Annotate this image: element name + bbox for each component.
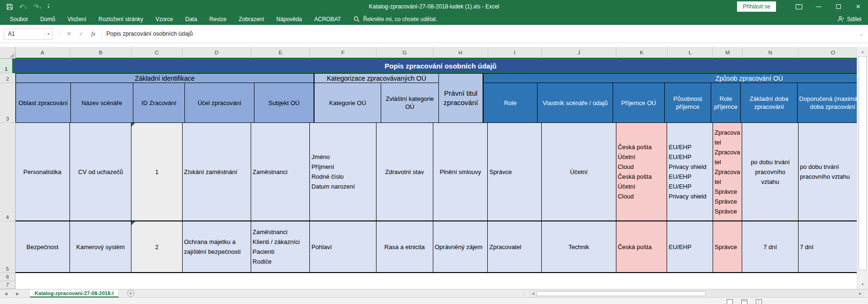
cell-j4[interactable]: Účetní — [542, 123, 616, 221]
normal-view-icon[interactable] — [727, 299, 733, 304]
horizontal-scrollbar[interactable]: ◀ ▶ — [530, 290, 864, 297]
header-pusobnost-prijemce[interactable]: Působnost příjemce — [665, 83, 711, 123]
tell-me-search[interactable]: Řekněte mi, co chcete udělat. — [353, 16, 437, 23]
cell-m5[interactable]: Správce — [713, 221, 742, 273]
row-header-1[interactable]: 1 — [0, 59, 13, 73]
tab-rozlozeni-stranky[interactable]: Rozložení stránky — [92, 14, 149, 24]
row-header-5[interactable]: 5 — [0, 221, 15, 273]
row-header-4[interactable]: 4 — [0, 123, 15, 221]
column-header-c[interactable]: C — [131, 47, 183, 59]
cell-g4[interactable]: Zdravotní stav — [376, 123, 433, 221]
cell-k5[interactable]: Česká pošta — [616, 221, 668, 273]
cell-d5[interactable]: Ochrana majetku a zajištění bezpečnosti — [183, 221, 251, 273]
header-kategorie-ou[interactable]: Kategorie OÚ — [314, 83, 381, 123]
new-sheet-icon[interactable]: + — [127, 290, 134, 297]
tab-data[interactable]: Data — [179, 14, 203, 24]
header-prijemce-ou[interactable]: Příjemce OÚ — [613, 83, 665, 123]
cell-n4[interactable]: po dobu trvání pracovního vztahu — [742, 123, 798, 221]
cell-l4[interactable]: EU/EHP EU/EHP Privacy shield EU/EHP EU/E… — [667, 123, 713, 221]
cell-c5[interactable]: 2 — [131, 221, 183, 273]
customize-qat-icon[interactable]: ▾ — [48, 4, 50, 9]
tab-napoveda[interactable]: Nápověda — [270, 14, 308, 24]
empty-cells-row-6[interactable] — [15, 273, 868, 281]
column-header-m[interactable]: M — [713, 47, 742, 59]
group-header-zpusob-zpracovani[interactable]: Způsob zpracování OÚ — [483, 73, 868, 83]
scroll-right-icon[interactable]: ▶ — [857, 291, 863, 296]
cell-a4[interactable]: Personalistika — [15, 123, 70, 221]
vertical-scrollbar-thumb[interactable] — [859, 56, 867, 270]
group-header-kategorizace[interactable]: Kategorizace zpracovávaných OÚ — [314, 73, 439, 83]
vertical-scrollbar[interactable]: ▲ ▼ — [857, 47, 868, 289]
tab-soubor[interactable]: Soubor — [4, 14, 34, 24]
tab-revize[interactable]: Revize — [203, 14, 233, 24]
group-header-zakladni-identifikace[interactable]: Základní identifikace — [15, 73, 314, 83]
next-sheet-icon[interactable]: ▶ — [12, 291, 23, 296]
header-pravni-titul[interactable]: Právní titul zpracování — [439, 73, 483, 123]
column-header-e[interactable]: E — [251, 47, 310, 59]
cell-k4[interactable]: Česká pošta Účetní Cloud Česká pošta Úče… — [616, 123, 668, 221]
row-header-2[interactable]: 2 — [0, 73, 15, 83]
column-header-k[interactable]: K — [616, 47, 668, 59]
header-nazev-scenare[interactable]: Název scénáře — [71, 83, 133, 123]
minimize-button[interactable]: — — [809, 0, 829, 13]
tab-vzorce[interactable]: Vzorce — [149, 14, 179, 24]
cell-i4[interactable]: Správce — [488, 123, 542, 221]
name-box[interactable]: A1 ▾ — [4, 28, 53, 40]
undo-button[interactable]: ↶▾ — [19, 2, 27, 11]
cell-a1-title[interactable]: Popis zpracování osobních údajů — [13, 59, 868, 73]
column-header-h[interactable]: H — [433, 47, 488, 59]
undo-dropdown-icon[interactable]: ▾ — [25, 6, 27, 9]
horizontal-scrollbar-thumb[interactable] — [537, 291, 706, 296]
cell-c4[interactable]: 1 — [131, 123, 183, 221]
header-role[interactable]: Role — [483, 83, 538, 123]
confirm-entry-icon[interactable]: ✓ — [79, 30, 84, 37]
row-header-3[interactable]: 3 — [0, 83, 15, 123]
page-break-preview-icon[interactable] — [756, 299, 762, 304]
header-zakladni-doba[interactable]: Základní doba zpracování — [741, 83, 798, 123]
cell-i5[interactable]: Zpracovatel — [488, 221, 542, 273]
redo-dropdown-icon[interactable]: ▾ — [39, 6, 41, 9]
header-role-prijemce[interactable]: Role příjemce — [711, 83, 741, 123]
cancel-entry-icon[interactable]: ✕ — [67, 30, 71, 37]
column-header-l[interactable]: L — [668, 47, 714, 59]
column-header-n[interactable]: N — [743, 47, 799, 59]
cell-b4[interactable]: CV od uchazečů — [70, 123, 131, 221]
cell-n5[interactable]: 7 dní — [742, 221, 798, 273]
cell-g5[interactable]: Rasa a etnicita — [376, 221, 433, 273]
scroll-up-icon[interactable]: ▲ — [857, 47, 868, 56]
column-header-j[interactable]: J — [542, 47, 616, 59]
column-header-b[interactable]: B — [70, 47, 131, 59]
tab-vlozeni[interactable]: Vložení — [61, 14, 92, 24]
tab-domu[interactable]: Domů — [34, 14, 61, 24]
header-subjekt-ou[interactable]: Subjekt OÚ — [254, 83, 314, 123]
formula-bar-content[interactable]: Popis zpracování osobních údajů — [102, 30, 860, 37]
tab-acrobat[interactable]: ACROBAT — [308, 14, 347, 24]
header-oblast-zpracovani[interactable]: Oblast zpracování — [15, 83, 71, 123]
cell-b5[interactable]: Kamerový systém — [70, 221, 131, 273]
select-all-button[interactable] — [0, 47, 15, 59]
cell-e4[interactable]: Zaměstnanci — [251, 123, 310, 221]
insert-function-icon[interactable]: fx — [91, 30, 95, 38]
cell-a5[interactable]: Bezpečnost — [15, 221, 70, 273]
cell-h5[interactable]: Oprávněný zájem — [433, 221, 488, 273]
scroll-down-icon[interactable]: ▼ — [857, 280, 868, 289]
header-ucel-zpracovani[interactable]: Účel zpracování — [185, 83, 254, 123]
header-zvlastni-kategorie-ou[interactable]: Zvláštní kategorie OÚ — [381, 83, 439, 123]
column-header-d[interactable]: D — [183, 47, 251, 59]
share-button[interactable]: Sdílet — [837, 16, 868, 23]
column-header-i[interactable]: I — [488, 47, 542, 59]
close-button[interactable]: ✕ — [848, 0, 868, 13]
cell-f4[interactable]: Jméno Příjmení Rodné číslo Datum narozen… — [310, 123, 376, 221]
page-layout-view-icon[interactable] — [741, 299, 747, 304]
row-header-7[interactable]: 7 — [0, 281, 15, 289]
column-header-f[interactable]: F — [310, 47, 376, 59]
cell-j5[interactable]: Technik — [542, 221, 616, 273]
column-header-a[interactable]: A — [15, 47, 70, 59]
column-header-g[interactable]: G — [376, 47, 433, 59]
redo-button[interactable]: ↷▾ — [33, 2, 41, 11]
active-sheet-tab[interactable]: Katalog-zpracování-27-08-2018-l — [30, 289, 119, 297]
previous-sheet-icon[interactable]: ◀ — [0, 291, 12, 296]
header-vlastnik-scenare[interactable]: Vlastník scénáře / údajů — [538, 83, 613, 123]
cell-m4[interactable]: Zpracova tel Zpracova tel Zpracova tel S… — [713, 123, 742, 221]
scroll-left-icon[interactable]: ◀ — [530, 291, 536, 296]
